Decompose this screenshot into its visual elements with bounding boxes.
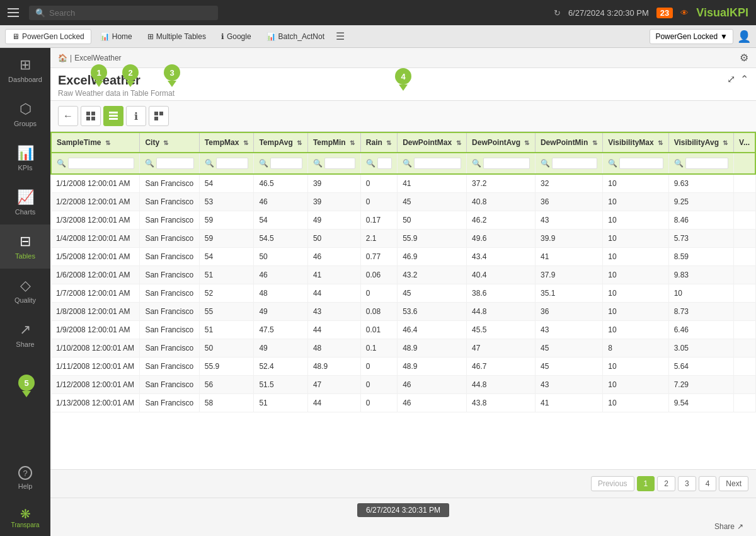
hamburger-menu[interactable] [8,8,19,17]
col-tempmax[interactable]: TempMax ⇅ [199,132,254,153]
sidebar-item-tables[interactable]: ⊟ Tables [0,224,50,269]
cell-r6-c2: 52 [199,284,254,303]
page-4-button[interactable]: 4 [699,476,717,491]
cell-r7-c2: 55 [199,303,254,321]
user-icon[interactable]: 👤 [737,30,751,44]
cell-r1-c1: San Francisco [140,193,199,211]
page-2-button[interactable]: 2 [657,476,675,491]
cell-r3-c10: 5.73 [668,230,733,248]
filter-input-dewpointavg[interactable] [483,158,530,169]
previous-page-button[interactable]: Previous [591,476,634,491]
col-dewpointavg[interactable]: DewPointAvg ⇅ [467,132,536,153]
nav-home[interactable]: 📊 Home [94,30,139,44]
filter-input-tempmin[interactable] [324,158,355,169]
search-input[interactable] [49,8,212,18]
info-button[interactable]: ℹ [126,106,146,126]
filter-input-sampletime[interactable] [68,158,134,169]
search-icon: 🔍 [35,8,45,18]
page-3-button[interactable]: 3 [678,476,696,491]
col-sampletime-label: SampleTime [57,138,101,147]
expand-icon[interactable]: ⤢ [727,73,735,85]
settings-icon[interactable]: ⚙ [740,52,748,64]
page-1-button[interactable]: 1 [637,476,655,491]
filter-input-rain[interactable] [377,158,392,169]
sidebar-item-charts[interactable]: 📈 Charts [0,180,50,224]
cell-r3-c9: 10 [603,230,668,248]
filter-input-tempmax[interactable] [216,158,249,169]
col-sampletime[interactable]: SampleTime ⇅ [51,132,140,153]
nav-google[interactable]: ℹ Google [215,30,258,44]
logo-kpi: KPI [730,6,748,19]
cell-r6-c4: 44 [307,284,360,303]
nav-multiple-tables[interactable]: ⊞ Multiple Tables [141,30,212,44]
share-button[interactable]: Share ↗ [714,522,743,531]
back-button[interactable]: ← [58,106,78,126]
home-breadcrumb-icon[interactable]: 🏠 [58,54,67,62]
cell-r8-c3: 47.5 [254,321,307,339]
cell-r11-c5: 0 [360,376,397,394]
profile-button[interactable]: PowerGen Locked ▼ [650,29,733,44]
col-tempmin[interactable]: TempMin ⇅ [307,132,360,153]
sidebar-item-help[interactable]: ? Help [11,457,39,499]
refresh-icon[interactable]: ↻ [554,8,561,18]
filter-input-visibilitymax[interactable] [619,158,663,169]
cell-r4-c0: 1/5/2008 12:00:01 AM [51,248,140,266]
cell-r1-c5: 0 [360,193,397,211]
table-container[interactable]: SampleTime ⇅ City ⇅ TempMax ⇅ TempAvg [50,132,756,469]
footer-actions: Share ↗ [55,522,751,531]
collapse-icon[interactable]: ⌃ [740,73,748,85]
filter-row: 🔍 🔍 🔍 🔍 🔍 🔍 🔍 🔍 🔍 🔍 🔍 [51,153,755,174]
cell-r11-c3: 51.5 [254,376,307,394]
sidebar-item-dashboard[interactable]: ⊞ Dashboard [0,48,50,92]
sidebar-item-quality[interactable]: ◇ Quality [0,269,50,313]
search-box[interactable]: 🔍 [29,6,218,20]
table-row: 1/7/2008 12:00:01 AMSan Francisco5248440… [51,284,755,303]
nav-powergen-label: PowerGen Locked [22,32,84,41]
sidebar-label-groups: Groups [14,120,37,127]
cell-r9-c2: 50 [199,339,254,358]
sidebar-item-groups[interactable]: ⬡ Groups [0,92,50,136]
share-label: Share [714,522,735,531]
eye-icon[interactable]: 👁 [680,8,689,18]
grid-view-button[interactable] [81,106,101,126]
cell-r5-c11 [734,266,755,284]
cell-r1-c3: 46 [254,193,307,211]
filter-input-tempavg[interactable] [270,158,302,169]
col-city[interactable]: City ⇅ [140,132,199,153]
cell-r1-c9: 10 [603,193,668,211]
nav-powergen[interactable]: 🖥 PowerGen Locked [5,29,91,44]
filter-input-dewpointmin[interactable] [552,158,597,169]
sidebar-item-share[interactable]: ↗ Share [0,313,50,357]
callout-2-tip [126,81,135,87]
table-row: 1/6/2008 12:00:01 AMSan Francisco5146410… [51,266,755,284]
cell-r5-c0: 1/6/2008 12:00:01 AM [51,266,140,284]
cell-r11-c0: 1/12/2008 12:00:01 AM [51,376,140,394]
col-tempavg[interactable]: TempAvg ⇅ [254,132,307,153]
filter-search-icon-8: 🔍 [541,159,550,168]
filter-input-dewpointmax[interactable] [414,158,461,169]
cell-r1-c8: 36 [535,193,602,211]
filter-input-city[interactable] [156,158,193,169]
breadcrumb-item-excelweather[interactable]: ExcelWeather [74,54,121,62]
cell-r6-c0: 1/7/2008 12:00:01 AM [51,284,140,303]
settings-table-button[interactable] [149,106,169,126]
col-dewpointmin[interactable]: DewPointMin ⇅ [535,132,602,153]
table-view-button[interactable] [103,106,123,126]
table-row: 1/11/2008 12:00:01 AMSan Francisco55.952… [51,358,755,376]
groups-icon: ⬡ [20,101,32,117]
filter-input-visibilityavg[interactable] [685,158,728,169]
cell-r0-c6: 41 [398,174,467,193]
nav-batch[interactable]: 📊 Batch_ActNot [260,30,331,44]
chart-icon: 📊 [100,32,110,41]
callout-4-container: 4 [395,68,411,91]
table-row: 1/3/2008 12:00:01 AMSan Francisco5954490… [51,211,755,230]
col-visibilitymax[interactable]: VisibilityMax ⇅ [603,132,668,153]
cell-r11-c2: 56 [199,376,254,394]
col-rain[interactable]: Rain ⇅ [360,132,397,153]
col-dewpointmax[interactable]: DewPointMax ⇅ [398,132,467,153]
sidebar-item-kpis[interactable]: 📊 KPIs [0,136,50,180]
col-visibilityavg[interactable]: VisibilityAvg ⇅ [668,132,733,153]
next-page-button[interactable]: Next [719,476,748,491]
nav-more-icon[interactable]: ☰ [336,30,345,42]
cell-r9-c0: 1/10/2008 12:00:01 AM [51,339,140,358]
